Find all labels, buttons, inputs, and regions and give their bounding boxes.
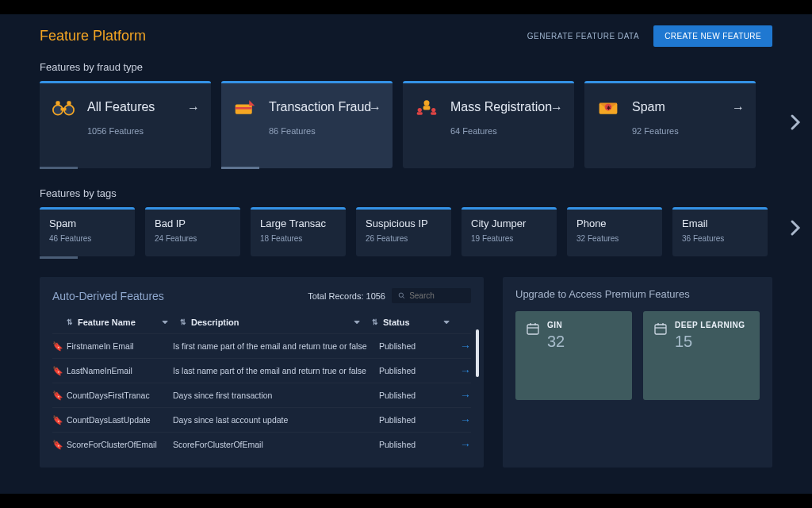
fraud-card-all[interactable]: All Features 1056 Features → [40,81,211,168]
row-status: Published [379,440,450,449]
svg-point-8 [424,100,430,106]
scroll-right-button[interactable] [790,114,801,136]
tag-count: 32 Features [576,234,653,243]
arrow-right-icon: → [187,101,200,115]
premium-card-deep-learning[interactable]: DEEP LEARNING 15 [643,311,760,400]
table-row[interactable]: 🔖ScoreForClusterOfEmailScoreForClusterOf… [52,432,471,456]
svg-rect-20 [527,325,538,334]
row-name: CountDaysFirstTranac [67,391,162,400]
tag-title: Spam [49,217,125,229]
row-desc: Days since first transaction [173,391,368,400]
fraud-card-transaction[interactable]: Transaction Fraud 86 Features → [221,81,393,168]
search-input[interactable] [409,291,465,300]
tag-count: 36 Features [682,234,758,243]
card-scroll-indicator [40,256,78,259]
tag-card-phone[interactable]: Phone 32 Features [567,207,662,256]
svg-text:✻: ✻ [607,105,611,110]
spam-envelope-icon: ✻ [597,98,619,117]
tag-card-suspicious-ip[interactable]: Suspicious IP 26 Features [356,207,451,256]
bookmark-icon: 🔖 [52,391,63,400]
tags-section: Features by tags Spam 46 Features Bad IP… [0,187,812,256]
tag-card-bad-ip[interactable]: Bad IP 24 Features [145,207,240,256]
row-open-button[interactable]: → [450,438,471,451]
svg-rect-2 [61,108,67,111]
tag-card-city-jumper[interactable]: City Jumper 19 Features [462,207,557,256]
filter-icon[interactable]: ⏷ [354,318,361,326]
row-open-button[interactable]: → [450,364,471,377]
card-scroll-indicator [221,167,259,169]
svg-rect-4 [67,101,71,105]
fraud-card-title: Transaction Fraud [269,100,380,114]
scroll-right-button[interactable] [790,219,801,241]
row-desc: Days since last account update [173,415,368,425]
table-row[interactable]: 🔖LastNameInEmailIs last name part of the… [52,358,471,383]
bookmark-icon: 🔖 [52,415,63,425]
table-row[interactable]: 🔖CountDaysFirstTranacDays since first tr… [52,383,471,407]
row-open-button[interactable]: → [450,389,471,402]
fraud-card-title: All Features [87,100,198,114]
premium-card-gin[interactable]: GIN 32 [515,311,632,400]
svg-rect-13 [431,112,436,115]
row-name: FirstnameIn Email [67,341,162,351]
premium-name: DEEP LEARNING [675,321,745,329]
generate-feature-data-link[interactable]: GENERATE FEATURE DATA [527,32,639,40]
card-scroll-indicator [40,167,78,169]
fraud-type-section: Features by fraud type All Features 1056… [0,61,812,168]
row-status: Published [379,341,450,351]
tag-title: City Jumper [471,217,547,229]
header-actions: GENERATE FEATURE DATA CREATE NEW FEATURE [527,25,772,47]
tag-card-large-transac[interactable]: Large Transac 18 Features [251,207,346,256]
premium-title: Upgrade to Access Premium Features [515,288,760,300]
binoculars-icon [52,98,75,117]
arrow-right-icon: → [732,101,745,115]
create-new-feature-button[interactable]: CREATE NEW FEATURE [653,25,772,47]
bookmark-icon: 🔖 [52,440,63,449]
premium-panel: Upgrade to Access Premium Features GIN 3… [503,277,772,468]
table-search[interactable] [392,288,471,303]
credit-card-icon [234,98,256,117]
tag-count: 19 Features [471,234,547,243]
svg-rect-6 [236,107,252,110]
brand-title: Feature Platform [40,28,146,44]
tag-card-email[interactable]: Email 36 Features [672,207,768,256]
tag-title: Large Transac [260,217,336,229]
svg-rect-11 [417,112,423,115]
sort-icon[interactable]: ⇅ [372,318,378,326]
table-row[interactable]: 🔖FirstnameIn EmailIs first name part of … [52,333,471,358]
tag-title: Suspicious IP [366,217,442,229]
arrow-right-icon: → [369,101,381,115]
window-top-bar [0,0,812,14]
search-icon [398,291,405,300]
table-title: Auto-Derived Features [52,290,164,302]
arrow-right-icon: → [550,101,563,115]
scrollbar-thumb[interactable] [476,329,479,377]
page-header: Feature Platform GENERATE FEATURE DATA C… [0,14,812,55]
svg-point-10 [418,108,422,112]
tag-count: 26 Features [366,234,442,243]
row-open-button[interactable]: → [450,340,471,352]
svg-rect-9 [423,106,431,110]
sort-icon[interactable]: ⇅ [67,318,73,326]
fraud-card-mass-registration[interactable]: Mass Registration 64 Features → [403,81,574,168]
fraud-type-title: Features by fraud type [40,61,772,73]
tag-count: 18 Features [260,234,336,243]
filter-icon[interactable]: ⏷ [443,318,450,326]
fraud-card-count: 64 Features [450,126,561,136]
row-status: Published [379,366,450,375]
premium-count: 32 [547,333,565,351]
calendar-icon [527,322,539,391]
fraud-card-spam[interactable]: ✻ Spam 92 Features → [584,81,756,168]
row-desc: Is last name part of the email and retur… [173,366,368,375]
table-row[interactable]: 🔖CountDaysLastUpdateDays since last acco… [52,407,471,432]
bookmark-icon: 🔖 [52,366,63,375]
tag-card-spam[interactable]: Spam 46 Features [40,207,135,256]
fraud-card-count: 1056 Features [87,126,198,136]
row-name: LastNameInEmail [67,366,162,375]
row-open-button[interactable]: → [450,414,471,426]
sort-icon[interactable]: ⇅ [180,318,186,326]
filter-icon[interactable]: ⏷ [162,318,169,326]
svg-point-12 [431,108,435,112]
fraud-card-title: Spam [632,100,743,114]
svg-point-18 [399,293,403,297]
table-body: 🔖FirstnameIn EmailIs first name part of … [52,333,471,456]
